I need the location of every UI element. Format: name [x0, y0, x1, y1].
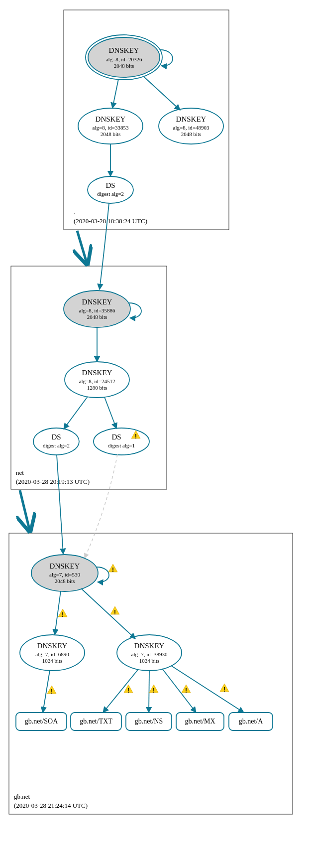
edge-gb-ksk-selfloop: [97, 567, 109, 582]
node-gb-ksk-line2: 2048 bits: [55, 578, 75, 584]
edge-net-zsk-to-ds2: [104, 397, 116, 429]
svg-text:!: !: [135, 433, 137, 440]
node-net-ds2: DS digest alg=1: [94, 428, 149, 455]
node-gb-ksk-line1: alg=7, id=530: [49, 572, 80, 578]
node-net-zsk: DNSKEY alg=8, id=24512 1280 bits: [65, 362, 129, 398]
node-net-ds1: DS digest alg=2: [33, 428, 79, 455]
node-net-ksk: DNSKEY alg=8, id=35886 2048 bits: [64, 290, 130, 327]
warning-icon: !: [149, 685, 158, 694]
svg-point-4: [88, 176, 133, 203]
zone-net-name: net: [16, 469, 24, 476]
warning-icon: !: [58, 609, 67, 618]
rrset-mx-label: gb.net/MX: [185, 718, 215, 725]
node-net-ksk-line1: alg=8, id=35886: [79, 307, 115, 313]
node-root-ksk-line1: alg=8, id=20326: [106, 56, 142, 62]
node-net-ds2-title: DS: [111, 433, 121, 441]
zone-root-name: .: [74, 208, 75, 216]
edge-net-ksk-selfloop: [129, 303, 141, 318]
edge-gb-zsk2-to-ns: [149, 671, 149, 713]
node-root-ds-title: DS: [105, 181, 115, 189]
node-gb-zsk1: DNSKEY alg=7, id=6890 1024 bits: [20, 635, 85, 671]
node-root-zsk2-line2: 2048 bits: [181, 131, 202, 137]
node-root-zsk1-title: DNSKEY: [96, 115, 126, 123]
node-net-zsk-title: DNSKEY: [82, 369, 112, 377]
zone-gb-name: gb.net: [14, 793, 30, 800]
node-root-ksk-line2: 2048 bits: [114, 63, 134, 69]
node-root-zsk1: DNSKEY alg=8, id=33853 2048 bits: [78, 108, 143, 144]
edge-root-ksk-to-zsk2: [143, 76, 180, 110]
edge-net-ds1-to-gb-ksk: [57, 455, 63, 554]
svg-text:!: !: [223, 686, 225, 693]
svg-text:!: !: [112, 567, 114, 574]
svg-text:!: !: [114, 609, 116, 616]
node-root-zsk2: DNSKEY alg=8, id=48903 2048 bits: [159, 108, 223, 144]
svg-text:!: !: [127, 687, 129, 694]
node-root-zsk2-title: DNSKEY: [176, 115, 207, 123]
node-root-zsk1-line2: 2048 bits: [101, 131, 121, 137]
node-root-zsk2-line1: alg=8, id=48903: [173, 125, 209, 131]
node-root-ds: DS digest alg=2: [88, 176, 133, 203]
delegation-net-to-gb: [20, 490, 30, 531]
node-net-zsk-line2: 1280 bits: [87, 385, 107, 391]
node-gb-zsk2-title: DNSKEY: [134, 642, 165, 650]
svg-text:!: !: [185, 687, 187, 694]
node-net-zsk-line1: alg=8, id=24512: [79, 378, 115, 384]
zone-net-timestamp: (2020-03-28 20:19:13 UTC): [16, 478, 90, 485]
warning-icon: !: [108, 564, 117, 574]
svg-text:!: !: [51, 688, 53, 695]
node-gb-zsk2-line1: alg=7, id=38930: [131, 651, 168, 657]
warning-icon: !: [47, 686, 56, 695]
node-root-ksk-title: DNSKEY: [109, 46, 139, 54]
svg-point-8: [94, 428, 149, 455]
warning-icon: !: [110, 606, 119, 616]
node-gb-zsk1-line2: 1024 bits: [42, 658, 63, 664]
warning-icon: !: [220, 684, 229, 693]
node-root-ksk: DNSKEY alg=8, id=20326 2048 bits: [86, 35, 162, 80]
node-net-ds1-title: DS: [51, 433, 61, 441]
node-net-ds1-line1: digest alg=2: [43, 442, 70, 448]
edge-root-ds-to-net-ksk: [100, 203, 109, 289]
node-net-ds2-line1: digest alg=1: [108, 442, 135, 448]
edge-gb-ksk-to-zsk1: [55, 591, 61, 635]
node-net-ksk-title: DNSKEY: [82, 298, 112, 306]
delegation-root-to-net: [77, 231, 87, 264]
rrset-txt-label: gb.net/TXT: [80, 718, 112, 725]
dnssec-diagram: . (2020-03-28 18:38:24 UTC) net (2020-03…: [0, 0, 311, 868]
warning-icon: !: [182, 685, 191, 694]
zone-root-timestamp: (2020-03-28 18:38:24 UTC): [74, 217, 147, 225]
edge-gb-zsk2-to-txt: [103, 669, 138, 713]
rrset-ns-label: gb.net/NS: [135, 718, 163, 725]
edge-gb-zsk2-to-mx: [162, 669, 196, 713]
node-gb-ksk: DNSKEY alg=7, id=530 2048 bits: [31, 555, 98, 591]
node-gb-zsk2: DNSKEY alg=7, id=38930 1024 bits: [117, 635, 182, 671]
node-gb-zsk1-title: DNSKEY: [37, 642, 68, 650]
node-gb-zsk2-line2: 1024 bits: [139, 658, 160, 664]
rrset-soa-label: gb.net/SOA: [25, 718, 58, 725]
edge-root-ksk-to-zsk1: [112, 79, 118, 108]
rrset-a-label: gb.net/A: [239, 718, 263, 725]
edge-net-zsk-to-ds1: [64, 397, 88, 429]
node-net-ksk-line2: 2048 bits: [87, 314, 107, 320]
node-gb-ksk-title: DNSKEY: [50, 562, 80, 570]
svg-point-7: [33, 428, 79, 455]
edge-gb-ksk-to-zsk2: [81, 588, 135, 639]
svg-text:!: !: [153, 687, 155, 694]
edge-gb-zsk2-to-a: [171, 666, 244, 713]
edge-net-ds2-to-gb-ksk: [85, 454, 117, 558]
node-root-ds-line1: digest alg=2: [97, 191, 124, 197]
svg-text:!: !: [62, 611, 64, 618]
warning-icon: !: [124, 685, 133, 694]
node-gb-zsk1-line1: alg=7, id=6890: [35, 651, 69, 657]
node-root-zsk1-line1: alg=8, id=33853: [93, 125, 129, 131]
zone-gb-timestamp: (2020-03-28 21:24:14 UTC): [14, 802, 88, 809]
